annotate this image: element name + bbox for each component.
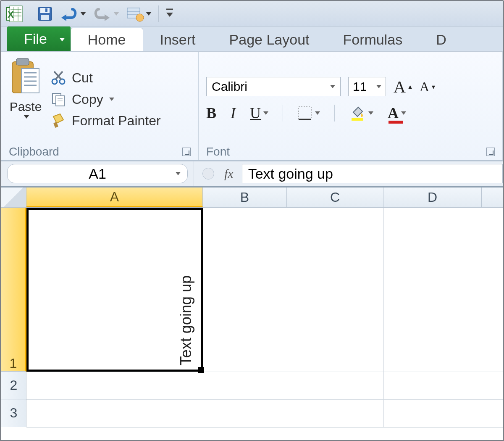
ribbon-tabs: File Home Insert Page Layout Formulas D: [1, 26, 503, 52]
copy-dropdown-icon[interactable]: [109, 98, 114, 101]
italic-button[interactable]: I: [231, 104, 236, 122]
row-header-1[interactable]: 1: [1, 208, 26, 372]
separator: [30, 5, 30, 22]
fx-icon[interactable]: fx: [224, 166, 234, 181]
svg-rect-11: [45, 8, 47, 12]
qat-extra-button[interactable]: [126, 6, 152, 22]
font-size-dropdown-icon[interactable]: [376, 85, 381, 88]
cell-A1[interactable]: Text going up: [26, 208, 203, 372]
font-size-value: 11: [353, 79, 367, 94]
font-group-title: Font: [206, 145, 230, 158]
svg-point-28: [60, 79, 65, 84]
name-box[interactable]: A1: [7, 164, 188, 183]
format-painter-label: Format Painter: [72, 113, 161, 129]
font-size-select[interactable]: 11: [348, 77, 386, 96]
bold-button[interactable]: B: [206, 104, 216, 122]
cell-A1-text: Text going up: [177, 275, 195, 365]
separator: [283, 105, 283, 121]
group-clipboard: Paste Cut: [1, 52, 199, 160]
column-headers: A B C D: [1, 187, 503, 208]
name-box-value: A1: [89, 166, 106, 182]
svg-rect-10: [41, 15, 49, 20]
border-icon: [297, 106, 312, 121]
save-button[interactable]: [37, 6, 53, 22]
name-box-dropdown-icon[interactable]: [176, 172, 181, 175]
redo-dropdown-icon[interactable]: [113, 12, 119, 16]
cut-label: Cut: [72, 70, 93, 86]
tab-insert[interactable]: Insert: [143, 28, 213, 51]
tab-data-partial[interactable]: D: [419, 28, 463, 51]
svg-marker-13: [105, 14, 110, 21]
font-color-swatch: [388, 121, 403, 124]
col-header-D[interactable]: D: [383, 187, 482, 207]
underline-button[interactable]: U: [250, 104, 268, 122]
tab-file[interactable]: File: [7, 26, 71, 51]
row-header-2[interactable]: 2: [1, 372, 26, 399]
font-color-button[interactable]: A: [388, 104, 406, 122]
worksheet-grid: A B C D 1 2 3 Text going up: [1, 186, 503, 427]
tab-home[interactable]: Home: [71, 28, 143, 51]
increase-font-button[interactable]: A▴: [394, 77, 412, 97]
fill-handle[interactable]: [198, 367, 204, 373]
svg-line-30: [54, 71, 61, 79]
underline-dropdown-icon[interactable]: [263, 111, 268, 115]
customize-qat-button[interactable]: [165, 8, 174, 20]
svg-marker-12: [61, 14, 66, 21]
paste-label: Paste: [10, 100, 42, 114]
cancel-icon[interactable]: [202, 168, 214, 180]
bucket-icon: [349, 105, 366, 121]
svg-line-29: [55, 71, 63, 79]
formula-input[interactable]: Text going up: [242, 164, 503, 183]
quick-access-toolbar: X: [1, 1, 503, 26]
row-headers: 1 2 3: [1, 208, 26, 427]
font-name-dropdown-icon[interactable]: [330, 85, 335, 88]
svg-point-17: [136, 14, 144, 21]
fill-color-button[interactable]: [349, 105, 373, 121]
undo-button[interactable]: [60, 6, 86, 22]
font-name-select[interactable]: Calibri: [206, 77, 341, 96]
redo-button[interactable]: [93, 6, 119, 22]
undo-dropdown-icon[interactable]: [80, 12, 86, 16]
svg-text:X: X: [8, 9, 14, 20]
col-header-A[interactable]: A: [26, 187, 203, 207]
decrease-font-button[interactable]: A▾: [420, 79, 435, 95]
svg-rect-38: [352, 118, 363, 121]
separator: [158, 5, 159, 22]
extra-dropdown-icon[interactable]: [146, 12, 152, 16]
svg-rect-9: [40, 8, 50, 13]
scissors-icon: [51, 70, 66, 85]
row-header-3[interactable]: 3: [1, 399, 26, 427]
svg-marker-19: [166, 13, 173, 17]
svg-point-27: [52, 79, 57, 84]
fill-dropdown-icon[interactable]: [368, 111, 373, 115]
copy-icon: [51, 92, 66, 107]
group-font: Calibri 11 A▴ A▾ B I U: [199, 52, 503, 160]
font-name-value: Calibri: [212, 79, 247, 94]
copy-button[interactable]: Copy: [51, 92, 161, 107]
copy-label: Copy: [72, 92, 103, 107]
clipboard-group-title: Clipboard: [9, 145, 59, 158]
cut-button[interactable]: Cut: [51, 70, 161, 86]
border-button[interactable]: [297, 106, 320, 121]
tab-formulas[interactable]: Formulas: [326, 28, 419, 51]
separator: [334, 105, 335, 121]
font-dialog-launcher-icon[interactable]: [486, 148, 495, 156]
svg-rect-36: [299, 107, 311, 119]
select-all-corner[interactable]: [1, 187, 26, 207]
col-header-C[interactable]: C: [287, 187, 383, 207]
col-header-B[interactable]: B: [203, 187, 287, 207]
svg-rect-21: [16, 58, 29, 65]
tab-page-layout[interactable]: Page Layout: [213, 28, 326, 51]
formula-bar: A1 fx Text going up: [1, 161, 503, 186]
clipboard-dialog-launcher-icon[interactable]: [182, 148, 191, 156]
paste-button[interactable]: Paste: [9, 56, 42, 143]
formula-value: Text going up: [248, 166, 333, 182]
ribbon: Paste Cut: [1, 52, 503, 161]
format-painter-button[interactable]: Format Painter: [51, 113, 161, 129]
paste-dropdown-icon[interactable]: [24, 115, 29, 119]
border-dropdown-icon[interactable]: [315, 111, 320, 115]
excel-app-icon[interactable]: X: [5, 5, 23, 23]
paintbrush-icon: [51, 113, 66, 128]
font-color-dropdown-icon[interactable]: [401, 111, 406, 115]
